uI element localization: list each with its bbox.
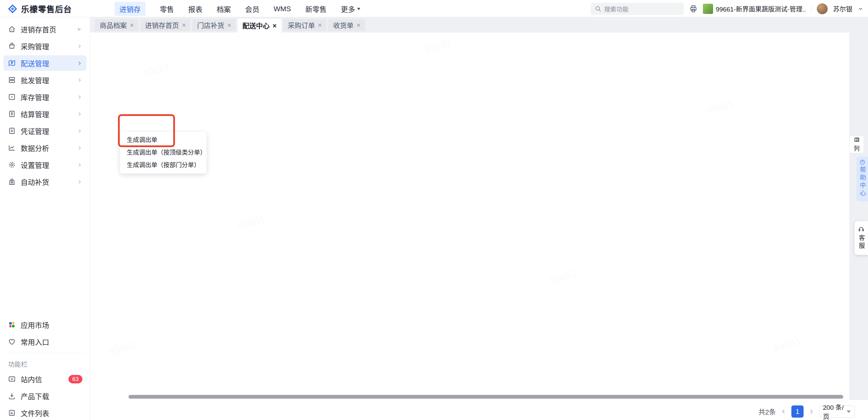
sidebar-item-inventory[interactable]: 库存管理	[3, 89, 86, 105]
chevron-down-icon	[357, 8, 360, 12]
horizontal-scrollbar[interactable]	[129, 395, 843, 399]
nav-retail[interactable]: 零售	[160, 4, 174, 14]
sidebar-item-settings[interactable]: 设置管理	[3, 157, 86, 173]
sidebar-item-voucher[interactable]: 凭证管理	[3, 123, 86, 139]
page-size-value: 200 条/页	[823, 402, 847, 420]
nav-wms[interactable]: WMS	[274, 5, 291, 13]
menu-item-generate-transfer[interactable]: 生成调出单	[120, 134, 206, 146]
menu-item-generate-by-category[interactable]: 生成调出单（按顶级类分单）	[120, 146, 206, 159]
user-name[interactable]: 苏尔银	[833, 4, 852, 13]
close-icon[interactable]: ×	[318, 22, 322, 28]
store-logo	[703, 4, 713, 14]
sidebar-item-purchase[interactable]: 采购管理	[3, 38, 86, 54]
column-settings-button[interactable]: 列	[849, 136, 864, 153]
customer-service-label: 客服	[857, 235, 866, 250]
sidebar-item-delivery[interactable]: 配送管理	[3, 55, 86, 71]
sidebar-item-label: 站内信	[21, 374, 42, 384]
chevron-right-icon	[77, 78, 82, 83]
sidebar-item-label: 库存管理	[21, 92, 49, 102]
nav-more-label: 更多	[341, 4, 355, 14]
generate-transfer-dropdown: 生成调出单 生成调出单（按顶级类分单） 生成调出单（按部门分单）	[120, 132, 206, 174]
sidebar-item-auto-replenish[interactable]: 自动补货	[3, 174, 86, 189]
sidebar-section-label: 功能栏	[0, 357, 90, 370]
tab-delivery-center[interactable]: 配送中心×	[238, 19, 281, 33]
collapse-sidebar-icon[interactable]	[77, 27, 82, 32]
chevron-right-icon	[77, 179, 82, 184]
logo-icon	[7, 4, 18, 14]
help-center-ribbon[interactable]: 帮助中心	[856, 157, 868, 201]
sidebar-item-downloads[interactable]: 产品下载	[3, 388, 87, 404]
pagination-total: 共2条	[758, 407, 776, 417]
messages-badge: 63	[68, 375, 82, 383]
sidebar-item-home[interactable]: 进销存首页	[3, 21, 86, 37]
sidebar-item-wholesale[interactable]: 批发管理	[3, 72, 86, 88]
sidebar: 进销存首页 采购管理 配送管理 批发管理 库存管理 结算管理	[0, 17, 90, 420]
sidebar-item-label: 自动补货	[21, 177, 49, 187]
close-icon[interactable]: ×	[130, 22, 134, 28]
sidebar-item-files[interactable]: 文件列表	[3, 405, 87, 420]
columns-icon	[854, 137, 860, 143]
nav-new-retail[interactable]: 新零售	[305, 4, 327, 14]
printer-icon[interactable]	[689, 5, 697, 13]
gear-icon	[8, 161, 16, 169]
sidebar-item-label: 进销存首页	[21, 24, 56, 34]
tab-label: 进销存首页	[145, 20, 179, 30]
close-icon[interactable]: ×	[356, 22, 360, 28]
chevron-right-icon	[77, 162, 82, 167]
dollar-doc-icon	[8, 110, 16, 118]
sidebar-item-label: 采购管理	[21, 41, 49, 51]
file-list-icon	[8, 409, 16, 417]
column-settings-label: 列	[854, 144, 860, 152]
menu-item-generate-by-department[interactable]: 生成调出单（按部门分单）	[120, 159, 206, 172]
box-icon	[8, 93, 16, 101]
current-page-button[interactable]: 1	[791, 405, 804, 418]
page-size-select[interactable]: 200 条/页	[819, 405, 854, 418]
nav-members[interactable]: 会员	[245, 4, 259, 14]
nav-reports[interactable]: 报表	[188, 4, 202, 14]
chart-icon	[8, 144, 16, 152]
sidebar-item-settlement[interactable]: 结算管理	[3, 106, 86, 122]
tab-label: 商品档案	[100, 20, 127, 30]
close-icon[interactable]: ×	[182, 22, 186, 28]
customer-service-widget[interactable]: 客服	[854, 221, 868, 255]
tab-receipt[interactable]: 收货单×	[328, 19, 365, 31]
chevron-down-icon[interactable]	[858, 6, 863, 12]
help-icon	[860, 159, 865, 165]
content-card	[90, 33, 868, 420]
sidebar-footer: 应用市场 常用入口 功能栏 站内信 63 产品下载 文件列表	[0, 316, 90, 420]
close-icon[interactable]: ×	[227, 22, 231, 28]
sidebar-item-app-market[interactable]: 应用市场	[3, 317, 87, 333]
store-name: 99661-新界面果蔬版测试-管理...	[716, 4, 806, 13]
sidebar-item-label: 配送管理	[21, 58, 49, 68]
user-avatar[interactable]	[817, 3, 828, 14]
tab-store-replenish[interactable]: 门店补货×	[192, 19, 236, 31]
next-page-icon[interactable]	[808, 408, 814, 415]
close-icon[interactable]: ×	[273, 22, 277, 29]
pagination: 共2条 1 200 条/页	[758, 405, 854, 418]
tab-product-archive[interactable]: 商品档案×	[95, 19, 139, 31]
nav-inventory[interactable]: 进销存	[115, 2, 145, 16]
sidebar-item-messages[interactable]: 站内信 63	[3, 371, 87, 387]
sidebar-item-label: 产品下载	[21, 391, 49, 401]
tab-inventory-home[interactable]: 进销存首页×	[140, 19, 191, 31]
nav-archives[interactable]: 档案	[217, 4, 231, 14]
sidebar-item-label: 文件列表	[21, 408, 49, 418]
tab-purchase-order[interactable]: 采购订单×	[283, 19, 327, 31]
heart-icon	[8, 338, 16, 346]
stack-icon	[8, 76, 16, 84]
sidebar-item-favorites[interactable]: 常用入口	[3, 334, 87, 349]
app-title: 乐檬零售后台	[21, 3, 72, 15]
global-search-input[interactable]: 搜索功能	[591, 3, 684, 15]
tab-label: 配送中心	[242, 21, 270, 31]
topbar: 乐檬零售后台 进销存 零售 报表 档案 会员 WMS 新零售 更多 搜索功能 9…	[0, 0, 868, 17]
chevron-right-icon	[77, 61, 82, 66]
store-switcher[interactable]: 99661-新界面果蔬版测试-管理...	[703, 4, 806, 14]
sidebar-item-label: 应用市场	[21, 320, 49, 330]
home-icon	[8, 25, 16, 33]
prev-page-icon[interactable]	[781, 408, 787, 415]
nav-more[interactable]: 更多	[341, 4, 360, 14]
chevron-right-icon	[77, 145, 82, 151]
mail-icon	[8, 375, 16, 383]
chevron-right-icon	[77, 95, 82, 100]
sidebar-item-analytics[interactable]: 数据分析	[3, 140, 86, 156]
